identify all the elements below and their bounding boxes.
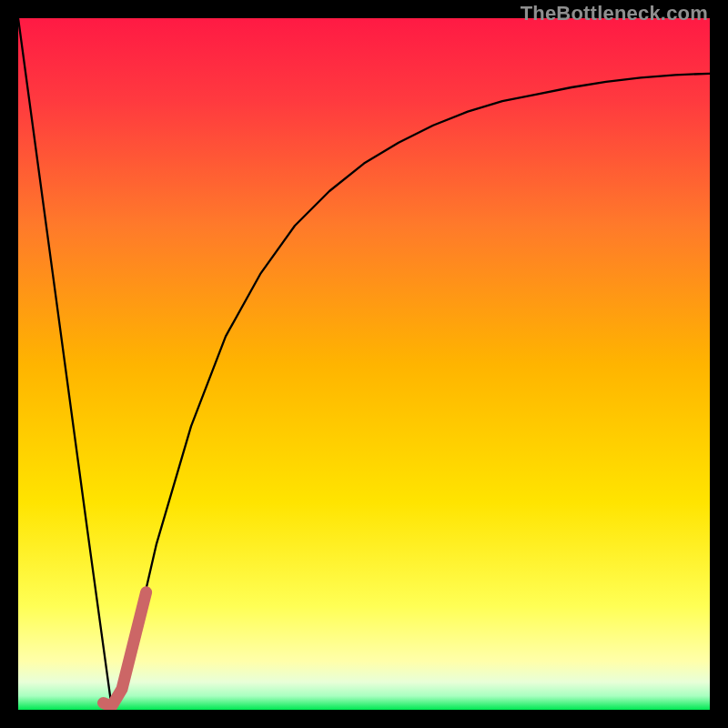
plot-area <box>18 18 710 710</box>
watermark: TheBottleneck.com <box>521 2 708 25</box>
chart-svg <box>18 18 710 710</box>
chart-frame: TheBottleneck.com <box>0 0 728 728</box>
gradient-background <box>18 18 710 710</box>
